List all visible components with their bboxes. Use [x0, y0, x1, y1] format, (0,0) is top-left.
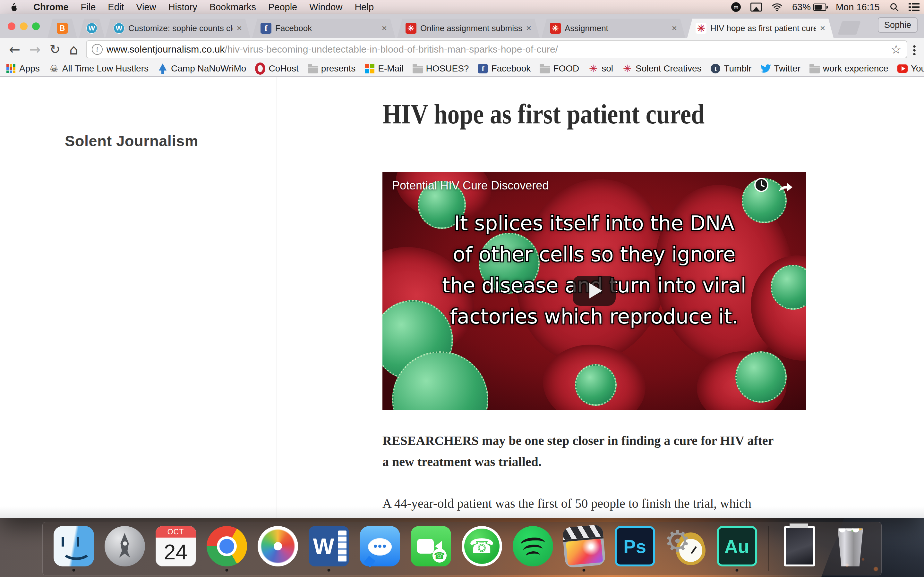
dock-launchpad[interactable]: [105, 525, 145, 573]
menu-clock[interactable]: Mon 16:15: [836, 2, 880, 13]
dock-messages[interactable]: [360, 525, 400, 573]
menu-item-help[interactable]: Help: [355, 2, 374, 13]
video-play-button[interactable]: [573, 276, 615, 306]
dock-final-cut-pro[interactable]: [564, 525, 604, 573]
solent-starburst-icon: ✳: [622, 63, 632, 74]
bookmark-star-icon[interactable]: ☆: [891, 42, 901, 56]
menu-app-name[interactable]: Chrome: [33, 2, 69, 13]
menu-item-file[interactable]: File: [81, 2, 96, 13]
dock-audition[interactable]: Au: [717, 525, 757, 573]
bookmark-all-time-low-hustlers[interactable]: ☠All Time Low Hustlers: [49, 63, 149, 74]
site-title[interactable]: Solent Journalism: [65, 132, 198, 150]
tab-strip: B W W Customize: sophie counts clou × f …: [0, 14, 924, 38]
bookmark-facebook[interactable]: fFacebook: [478, 63, 531, 74]
page-info-icon[interactable]: i: [92, 44, 103, 55]
home-button[interactable]: ⌂: [69, 41, 78, 58]
dock-photoshop[interactable]: Ps: [615, 525, 655, 573]
menu-item-view[interactable]: View: [136, 2, 156, 13]
bookmark-hosues[interactable]: HOSUES?: [413, 63, 469, 74]
dock-photos[interactable]: [258, 525, 298, 573]
dock-finder[interactable]: [53, 525, 94, 573]
messages-icon: [360, 526, 400, 566]
menu-item-bookmarks[interactable]: Bookmarks: [210, 2, 256, 13]
airplay-icon[interactable]: [750, 3, 762, 11]
bookmark-apps[interactable]: Apps: [6, 63, 40, 74]
calendar-icon: OCT24: [156, 526, 196, 566]
folder-icon: [413, 63, 423, 74]
youtube-video-embed[interactable]: Potential HIV Cure Discovered It splices…: [383, 172, 806, 410]
notification-center-icon[interactable]: [909, 3, 919, 11]
creative-cloud-icon[interactable]: ∞: [731, 2, 741, 12]
bookmark-sol[interactable]: ✳sol: [588, 63, 613, 74]
forward-button[interactable]: →: [29, 42, 40, 57]
dock-stopwatch-utility[interactable]: ⚙: [666, 525, 706, 573]
dock-calendar[interactable]: OCT24: [156, 525, 196, 573]
url-text[interactable]: www.solentjournalism.co.uk/hiv-virus-bec…: [107, 44, 887, 55]
tab-hiv-article-active[interactable]: ✳ HIV hope as first patient cured ×: [687, 19, 834, 38]
dock-trash[interactable]: [830, 525, 871, 573]
folder-icon: [809, 63, 820, 74]
dock-word[interactable]: W: [309, 525, 349, 573]
virus-particle: [735, 351, 787, 403]
tab-title: HIV hope as first patient cured: [710, 23, 816, 33]
menu-item-window[interactable]: Window: [309, 2, 342, 13]
pinned-tab-wordpress[interactable]: W: [79, 19, 105, 38]
window-minimize-button[interactable]: [20, 23, 27, 30]
pinned-tab-blogger[interactable]: B: [47, 19, 77, 38]
bookmark-work-experience[interactable]: work experience: [809, 63, 888, 74]
bookmark-presents[interactable]: presents: [308, 63, 355, 74]
tab-assignment[interactable]: ✳ Assignment ×: [541, 19, 685, 38]
share-icon[interactable]: [778, 178, 793, 192]
apple-menu-icon[interactable]: [10, 3, 17, 11]
watch-later-icon[interactable]: [754, 177, 769, 192]
dock-whatsapp[interactable]: ☎: [462, 525, 502, 573]
bookmark-email[interactable]: E-Mail: [365, 63, 403, 74]
tab-title: Assignment: [565, 23, 668, 33]
tab-facebook[interactable]: f Facebook ×: [252, 19, 395, 38]
bookmark-food[interactable]: FOOD: [540, 63, 579, 74]
new-tab-button[interactable]: [838, 21, 861, 35]
window-close-button[interactable]: [8, 23, 15, 30]
finder-icon: [53, 526, 94, 566]
running-indicator: [225, 569, 228, 572]
dock-facetime[interactable]: ☎: [411, 525, 451, 573]
battery-indicator[interactable]: 63%: [792, 2, 826, 13]
tab-online-assignment[interactable]: ✳ Online assignment submission ×: [397, 19, 540, 38]
chrome-menu-icon[interactable]: [913, 44, 916, 55]
tab-close-icon[interactable]: ×: [382, 23, 387, 33]
menu-item-history[interactable]: History: [168, 2, 197, 13]
menu-item-people[interactable]: People: [268, 2, 297, 13]
facebook-icon: f: [478, 63, 488, 74]
tab-close-icon[interactable]: ×: [820, 23, 825, 33]
window-zoom-button[interactable]: [32, 23, 40, 30]
reload-button[interactable]: ↻: [49, 42, 60, 57]
bookmark-twitter[interactable]: Twitter: [761, 63, 800, 74]
dock-chrome[interactable]: [207, 525, 247, 573]
camp-tent-icon: [158, 63, 168, 74]
article-lead-paragraph: RESEARCHERS may be one step closer in fi…: [383, 430, 774, 472]
facetime-icon: ☎: [411, 526, 451, 566]
menu-item-edit[interactable]: Edit: [108, 2, 124, 13]
address-bar[interactable]: i www.solentjournalism.co.uk/hiv-virus-b…: [86, 40, 907, 58]
back-button[interactable]: ←: [9, 42, 20, 57]
bookmark-tumblr[interactable]: tTumblr: [710, 63, 751, 74]
tab-customize[interactable]: W Customize: sophie counts clou ×: [105, 19, 250, 38]
tab-close-icon[interactable]: ×: [526, 23, 531, 33]
bookmark-solent-creatives[interactable]: ✳Solent Creatives: [622, 63, 701, 74]
dock-spotify[interactable]: [513, 525, 553, 573]
bookmarks-bar: Apps ☠All Time Low Hustlers Camp NaNoWri…: [0, 61, 924, 77]
bookmark-youtube[interactable]: YouTube: [897, 63, 924, 74]
wifi-icon[interactable]: [772, 3, 782, 11]
video-title[interactable]: Potential HIV Cure Discovered: [392, 179, 549, 192]
tab-close-icon[interactable]: ×: [237, 23, 242, 33]
bookmark-camp-nanowrimo[interactable]: Camp NaNoWriMo: [158, 63, 246, 74]
tab-title: Facebook: [275, 23, 378, 33]
bookmark-cohost[interactable]: CoHost: [255, 63, 298, 74]
tab-close-icon[interactable]: ×: [672, 23, 677, 33]
profile-button[interactable]: Sophie: [878, 17, 918, 33]
spotlight-icon[interactable]: [889, 2, 899, 12]
red-ring-icon: [255, 63, 265, 74]
final-cut-pro-icon: [562, 524, 606, 568]
wordpress-icon: W: [113, 23, 124, 34]
dock-downloads-stack[interactable]: [779, 525, 820, 573]
